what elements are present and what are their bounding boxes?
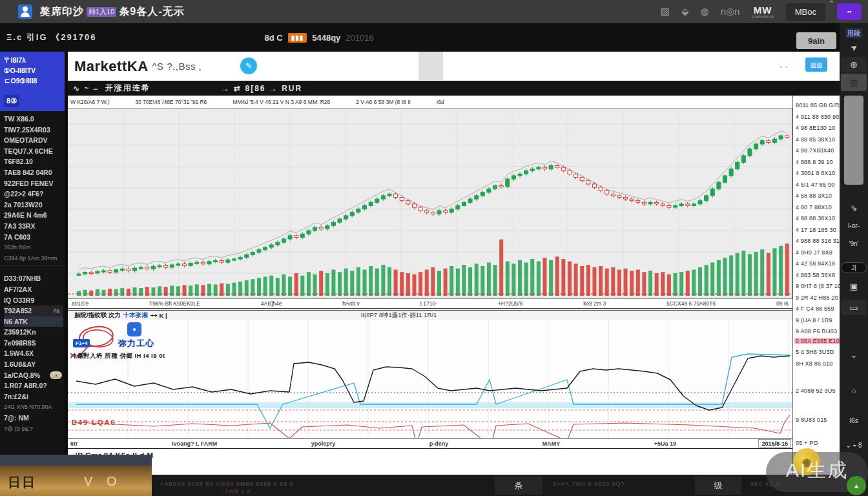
watchlist-item[interactable]: 7A C603: [4, 232, 65, 243]
gallery-icon[interactable]: ▧: [661, 6, 670, 17]
chart-toolbar: ∿ ~ ⎯ 开涨用连希 → ⇄ 8[86 → RUR: [68, 81, 840, 96]
price-tick: 4 80 7 88X10: [796, 204, 832, 211]
panel-icon[interactable]: ▭: [841, 300, 867, 315]
watchlist-item[interactable]: Z35912Kn: [4, 327, 65, 338]
watchlist-divider: [0, 265, 65, 271]
layout-button[interactable]: ▥▥: [805, 57, 827, 72]
watchlist-item[interactable]: 922FED FENEV: [4, 178, 65, 189]
arrow-icon[interactable]: ⇘: [841, 203, 867, 212]
tool-label-4[interactable]: ⌄ ÷ 8: [841, 442, 867, 449]
watchlist-item[interactable]: 2a 7013W20: [4, 200, 65, 211]
date-tick: Ivoang? L FARM: [172, 440, 217, 447]
image-icon[interactable]: ▨: [841, 74, 867, 91]
watchlist-item[interactable]: 7e098R8S: [4, 338, 65, 349]
watchlist-item[interactable]: 1.R07 A8R.0?: [4, 380, 65, 391]
account-panel[interactable]: 〒I8I7λ ①O-II8ITV ㄷO9③8II8 8③: [0, 52, 65, 111]
watchlist-item[interactable]: T6F82.10: [4, 156, 65, 167]
price-axis: 8011 85 G8 G/R4 011 88 830 904 98 8E130 …: [792, 96, 840, 491]
date-tick: MAMY: [542, 440, 561, 447]
stamp-tag-2: 弥力工心: [118, 338, 154, 349]
globe-icon[interactable]: ⊕: [841, 57, 867, 72]
watchlist-item[interactable]: 7A3 33RX: [4, 221, 65, 232]
watchlist-item[interactable]: 763h R6m: [4, 242, 65, 253]
scrollbar-thumb[interactable]: [844, 96, 863, 185]
stat-segment: I6d: [437, 99, 444, 105]
watchlist-item[interactable]: 29A6E N 4m6: [4, 210, 65, 221]
watchlist-item[interactable]: 1a/CAQ.8%◑: [4, 370, 65, 381]
chevron-icon[interactable]: ⌄: [841, 350, 867, 360]
watchlist-item[interactable]: AF7/2AX: [4, 284, 65, 295]
tool-pill[interactable]: J|: [841, 262, 867, 273]
watchlist-item[interactable]: 7@ (0 9a:?: [4, 424, 65, 435]
status-text-2: 8AVK 7MA 8 4890 9Q?: [553, 480, 625, 487]
price-tick: 8011 85 G8 G/R: [796, 102, 840, 108]
date-tick: +H?2U5/6: [498, 300, 523, 307]
stamp-tag-3[interactable]: ●: [127, 322, 141, 336]
status-badge: ▮▮▮: [288, 33, 307, 43]
status-button-2[interactable]: 级: [695, 476, 741, 495]
watchlist-item[interactable]: TEQU7.X 6CHE: [4, 146, 65, 157]
search-icon[interactable]: n◎n: [721, 6, 740, 17]
watchlist-item[interactable]: IQ O33R9: [4, 295, 65, 306]
watchlist-item[interactable]: @22>2 4F6?: [4, 189, 65, 200]
watchlist-item[interactable]: 1.5W4.6X: [4, 348, 65, 359]
purple-action-button[interactable]: ▪▪: [837, 3, 862, 20]
price-tick: 4 F C4 88 659: [796, 305, 834, 312]
price-tick: 4 98 88 38X10: [796, 215, 835, 222]
tool-pill: J|: [841, 262, 867, 273]
frame-icon[interactable]: ▣: [841, 282, 867, 291]
watchlist-item[interactable]: T92A8527a: [4, 305, 63, 316]
watchlist-item[interactable]: TW X86.0: [4, 114, 65, 125]
edit-button[interactable]: ✎: [240, 57, 257, 74]
price-tick: 4 3001 8 8X10: [796, 170, 835, 176]
tool-label-1[interactable]: l-or-: [841, 222, 867, 229]
stat-segment: 2 V A6 6 58 3M (8 I8 II: [356, 99, 411, 105]
app-logo-icon[interactable]: [18, 5, 32, 19]
watchlist-item[interactable]: 7@: NM: [4, 413, 65, 424]
price-tick: 05 + PO: [796, 440, 818, 446]
watchlist-item[interactable]: D33:07NHB: [4, 273, 65, 284]
line-tool-icon[interactable]: ∿ ~ ⎯: [73, 84, 99, 93]
corner-badge[interactable]: 用段: [841, 26, 867, 38]
candlestick-plot[interactable]: [68, 108, 792, 298]
trading-app: 獒席印沙 帅1入10 条9各人-无示 ▧ ⬙ ◍ n◎n MW 10WNVMVW…: [0, 0, 868, 496]
toggle-badge[interactable]: ◑: [50, 371, 62, 379]
watchlist-item[interactable]: OMEOTARDV: [4, 135, 65, 146]
home-icon[interactable]: ◍: [701, 6, 709, 17]
date-tick: +5Ua 19: [654, 440, 676, 447]
watchlist-item[interactable]: TAE8 842 04R0: [4, 167, 65, 178]
title-badge: 帅1入10: [87, 7, 116, 17]
chart-header: MarkettKA ^S ?.,Bss , ✎ ⌄⌄ ▥▥: [68, 52, 840, 81]
indicator-chart: [68, 320, 792, 438]
status-button-1[interactable]: 条: [495, 476, 542, 495]
person-icon[interactable]: ⬙: [681, 6, 689, 17]
watchlist-item[interactable]: 1.6U8&AY: [4, 359, 65, 370]
date-tick: 5CCX48 6 70A80T6: [666, 300, 716, 307]
collapse-icon[interactable]: ⌄⌄: [778, 62, 789, 69]
mode-menu-button[interactable]: MBoc ⌃: [786, 3, 825, 21]
watchlist-item[interactable]: N6 ATK: [4, 316, 63, 327]
panel-icon: 8③: [4, 95, 19, 107]
vo-label: V O: [84, 474, 121, 489]
watchlist-item[interactable]: 7n:£2&i: [4, 391, 65, 402]
circle-icon[interactable]: ○: [841, 386, 867, 396]
toolbar-label-2[interactable]: → ⇄ 8[86 → RUR: [222, 84, 302, 93]
price-tick: 9 2R 42 H85 20: [796, 294, 838, 301]
watchlist-item[interactable]: C394 8p 1Am 38mm: [4, 253, 65, 264]
watchlist-item[interactable]: 24G XN5 N70:90A: [4, 402, 65, 413]
stat-segment: MM4d '5:4 V 46 21 V N 3 A9 6 MM: R26: [232, 99, 330, 105]
date-range-box[interactable]: 2015/8-15: [758, 439, 791, 448]
scroll-to-top-button[interactable]: ▲: [847, 476, 866, 495]
cursor-icon[interactable]: ➤: [841, 41, 867, 53]
tool-label-2[interactable]: '9n': [841, 240, 867, 247]
tool-label-3[interactable]: I6s: [841, 417, 867, 424]
toolbar-label-1[interactable]: 开涨用连希: [105, 83, 150, 94]
topbar-actions: ▧ ⬙ ◍ n◎n MW 10WNVMVW MBoc ⌃ ▪▪: [661, 3, 868, 21]
price-tick: 4 0H0 J7 8X8: [796, 249, 832, 256]
quick-trade-panel[interactable]: 日日 V O: [0, 455, 152, 496]
date-tick: T98% Bh K50EK0LE: [149, 300, 200, 307]
gain-button[interactable]: 9ain: [796, 32, 836, 49]
watchlist-item[interactable]: TIW7.25X4R03: [4, 125, 65, 136]
indicator-plot[interactable]: F1+4 弥力工心 ● 冲傷對入坍 所種 併鄉 IH I4 I9 0t B49 …: [68, 320, 792, 438]
date-tick: ko9 2m 3: [583, 300, 606, 307]
